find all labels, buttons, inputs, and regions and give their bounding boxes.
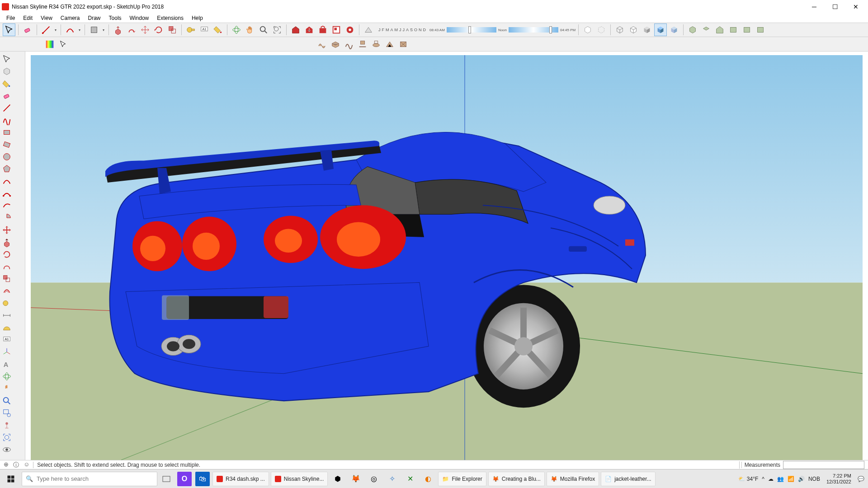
arc-dropdown[interactable]: ▾ <box>77 28 82 32</box>
pan-tool-l[interactable] <box>1 383 12 394</box>
taskbar-task-4[interactable]: 🦊Mozilla Firefox <box>547 472 599 486</box>
menu-edit[interactable]: Edit <box>19 14 36 22</box>
pushpull-tool[interactable] <box>112 23 124 36</box>
line-dropdown[interactable]: ▾ <box>53 28 58 32</box>
shadow-time-slider[interactable] <box>447 27 496 33</box>
rotate-tool-l[interactable] <box>1 249 12 260</box>
arc-tool-l[interactable] <box>1 175 12 187</box>
dimension-tool[interactable] <box>1 310 12 321</box>
scale-tool-l[interactable] <box>1 273 12 284</box>
line-tool-l[interactable] <box>1 102 12 113</box>
view-iso[interactable] <box>686 23 699 36</box>
circle-tool[interactable] <box>1 151 12 162</box>
pan-tool[interactable] <box>244 23 256 36</box>
paint-bucket-tool[interactable] <box>212 23 224 36</box>
follow-me-tool[interactable] <box>125 23 138 36</box>
menu-draw[interactable]: Draw <box>85 14 104 22</box>
menu-view[interactable]: View <box>37 14 56 22</box>
move-tool[interactable] <box>139 23 151 36</box>
pinned-firefox[interactable]: 🦊 <box>349 472 363 486</box>
weather-widget[interactable]: ⛅ 34°F <box>738 476 758 482</box>
move-tool-l[interactable] <box>1 224 12 235</box>
style-backedges[interactable] <box>595 23 608 36</box>
materials-palette[interactable] <box>43 38 56 51</box>
view-front[interactable] <box>713 23 726 36</box>
style-shaded[interactable] <box>641 23 653 36</box>
freehand-tool[interactable] <box>1 114 12 126</box>
3dtext-tool[interactable]: A <box>1 358 12 370</box>
sandbox-drape[interactable] <box>370 38 382 51</box>
start-button[interactable] <box>0 469 22 488</box>
style-wireframe[interactable] <box>613 23 626 36</box>
axes-tool[interactable] <box>1 346 12 357</box>
menu-file[interactable]: File <box>3 14 19 22</box>
2point-arc-tool[interactable] <box>1 188 12 199</box>
zoom-tool-l[interactable] <box>1 395 12 406</box>
orbit-tool[interactable] <box>230 23 243 36</box>
3point-arc-tool[interactable] <box>1 200 12 211</box>
extension-warehouse-tool[interactable] <box>316 23 329 36</box>
layout-tool[interactable] <box>330 23 343 36</box>
person-icon[interactable]: ☺ <box>24 461 29 469</box>
zoom-extents-tool[interactable] <box>271 23 283 36</box>
shadow-time-slider-2[interactable] <box>509 27 558 33</box>
sandbox-from-contours[interactable] <box>316 38 328 51</box>
follow-me-tool-l[interactable] <box>1 261 12 272</box>
extensions-manager-tool[interactable] <box>344 23 356 36</box>
pushpull-tool-l[interactable] <box>1 236 12 248</box>
select-tool[interactable] <box>3 23 15 36</box>
tray-onedrive-icon[interactable]: ☁ <box>768 476 774 482</box>
geo-location-icon[interactable]: ⊕ <box>4 461 9 469</box>
shadow-months[interactable]: JFMAMJJASOND <box>376 28 429 32</box>
menu-help[interactable]: Help <box>188 14 207 22</box>
warehouse-send-tool[interactable] <box>303 23 316 36</box>
pinned-app-1[interactable]: O <box>177 472 192 486</box>
zoom-tool[interactable] <box>257 23 270 36</box>
arc-tool[interactable] <box>64 23 76 36</box>
menu-extensions[interactable]: Extensions <box>153 14 187 22</box>
eraser-tool[interactable] <box>21 23 34 36</box>
text-tool[interactable]: A1 <box>198 23 211 36</box>
paint-bucket-tool-l[interactable] <box>1 78 12 89</box>
taskbar-search[interactable]: 🔍 Type here to search <box>22 472 157 486</box>
sandbox-add-detail[interactable] <box>383 38 396 51</box>
menu-camera[interactable]: Camera <box>57 14 84 22</box>
shape-tool[interactable] <box>88 23 100 36</box>
pie-tool[interactable] <box>1 212 12 223</box>
make-component-tool[interactable] <box>1 66 12 77</box>
taskbar-task-0[interactable]: R34 dash.skp ... <box>212 472 269 486</box>
orbit-tool-l[interactable] <box>1 371 12 382</box>
view-back[interactable] <box>741 23 753 36</box>
eraser-tool-l[interactable] <box>1 90 12 101</box>
tray-clock[interactable]: 7:22 PM 12/31/2022 <box>824 473 854 485</box>
taskbar-task-1[interactable]: Nissan Skyline... <box>271 472 328 486</box>
close-button[interactable]: ✕ <box>845 0 866 14</box>
pinned-unity[interactable]: ⬢ <box>330 472 345 486</box>
zoom-window-tool[interactable] <box>1 407 12 418</box>
rectangle-tool[interactable] <box>1 127 12 138</box>
taskbar-task-5[interactable]: 📄jacket-leather... <box>601 472 655 486</box>
line-tool[interactable] <box>40 23 52 36</box>
sandbox-flip-edge[interactable] <box>397 38 410 51</box>
shadow-toggle[interactable] <box>362 23 375 36</box>
menu-tools[interactable]: Tools <box>105 14 125 22</box>
shape-dropdown[interactable]: ▾ <box>101 28 106 32</box>
credits-icon[interactable]: ⓘ <box>13 461 19 469</box>
rotate-tool[interactable] <box>152 23 165 36</box>
select-cursor[interactable] <box>57 38 70 51</box>
tray-volume-icon[interactable]: 🔊 <box>798 476 805 482</box>
pinned-blender[interactable]: ◐ <box>421 472 435 486</box>
view-top[interactable] <box>700 23 712 36</box>
minimize-button[interactable]: ─ <box>804 0 825 14</box>
menu-window[interactable]: Window <box>126 14 153 22</box>
look-around-tool[interactable] <box>1 444 12 455</box>
pinned-store[interactable]: 🛍 <box>195 472 210 486</box>
measurements-input[interactable] <box>783 461 864 469</box>
tray-network-icon[interactable]: 📶 <box>788 476 794 482</box>
view-right[interactable] <box>727 23 740 36</box>
tray-chevron[interactable]: ^ <box>762 476 764 482</box>
text-tool-l[interactable]: A1 <box>1 334 12 345</box>
select-tool-l[interactable] <box>1 53 12 65</box>
maximize-button[interactable]: ☐ <box>825 0 845 14</box>
protractor-tool[interactable] <box>1 322 12 333</box>
